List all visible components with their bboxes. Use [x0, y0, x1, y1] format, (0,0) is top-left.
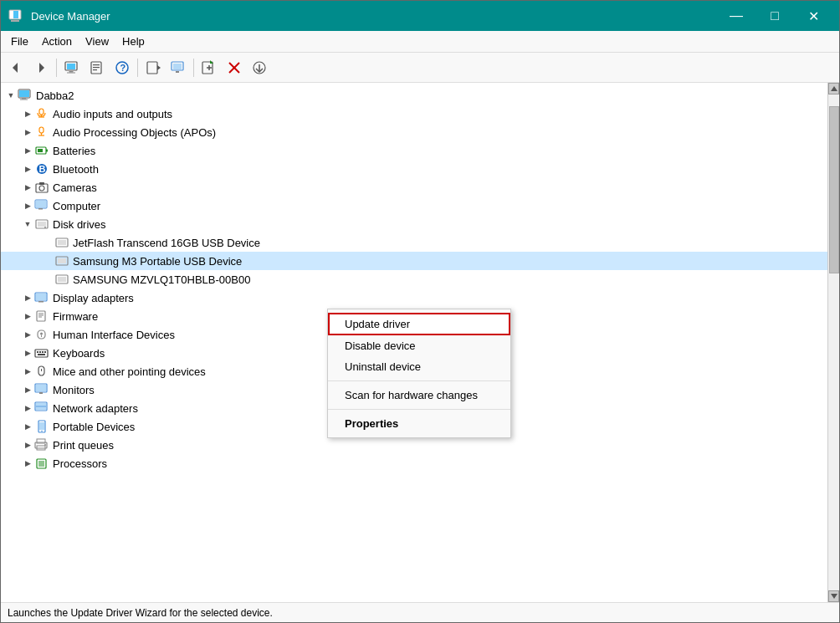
tree-item-jetflash[interactable]: ▶ JetFlash Transcend 16GB USB Device	[1, 233, 827, 252]
cameras-expand[interactable]: ▶	[21, 181, 34, 194]
display-expand[interactable]: ▶	[21, 291, 34, 304]
minimize-button[interactable]: —	[717, 1, 755, 31]
print-expand[interactable]: ▶	[21, 438, 34, 452]
display-icon	[34, 290, 49, 305]
svg-marker-3	[13, 63, 18, 73]
properties-button[interactable]	[85, 56, 109, 79]
title-bar: Device Manager — □ ✕	[1, 1, 839, 31]
tree-item-samsung-mz[interactable]: ▶ SAMSUNG MZVLQ1T0HBLB-00B00	[1, 270, 827, 289]
jetflash-label: JetFlash Transcend 16GB USB Device	[73, 237, 260, 249]
app-icon	[8, 8, 24, 24]
root-expand-icon[interactable]: ▼	[4, 89, 18, 102]
svg-rect-50	[38, 222, 46, 227]
computer-expand[interactable]: ▶	[21, 199, 34, 212]
network-expand[interactable]: ▶	[21, 401, 34, 415]
print-label: Print queues	[53, 439, 114, 452]
computer-button[interactable]	[60, 56, 84, 79]
svg-rect-29	[19, 90, 29, 97]
portable-label: Portable Devices	[53, 421, 135, 433]
tree-item-computer[interactable]: ▶ Computer	[1, 197, 827, 215]
audio-processing-label: Audio Processing Objects (APOs)	[53, 126, 216, 139]
monitors-icon	[34, 382, 49, 397]
svg-rect-48	[38, 208, 43, 210]
maximize-button[interactable]: □	[755, 1, 794, 31]
add-button[interactable]	[197, 56, 221, 79]
mice-expand[interactable]: ▶	[21, 365, 34, 378]
firmware-expand[interactable]: ▶	[21, 309, 34, 323]
svg-rect-60	[38, 301, 44, 303]
audio-inputs-expand[interactable]: ▶	[21, 107, 34, 120]
svg-text:B: B	[39, 164, 46, 174]
tree-item-samsung-m3[interactable]: ▶ Samsung M3 Portable USB Device	[1, 252, 827, 270]
svg-rect-15	[147, 62, 157, 74]
ctx-properties[interactable]: Properties	[328, 413, 510, 434]
svg-rect-11	[93, 67, 100, 68]
toolbar: ?	[1, 53, 839, 83]
audio-inputs-label: Audio inputs and outputs	[53, 108, 172, 120]
scan-button[interactable]	[141, 56, 165, 79]
samsung-mz-label: SAMSUNG MZVLQ1T0HBLB-00B00	[73, 273, 250, 286]
svg-rect-61	[37, 311, 45, 321]
scroll-thumb[interactable]	[829, 106, 839, 273]
tree-item-batteries[interactable]: ▶ Batteries	[1, 141, 827, 160]
help-button[interactable]: ?	[110, 56, 134, 79]
ctx-separator-2	[328, 409, 510, 410]
menu-view[interactable]: View	[79, 33, 115, 49]
ctx-uninstall-device[interactable]: Uninstall device	[328, 356, 510, 377]
audio-processing-expand[interactable]: ▶	[21, 125, 34, 139]
ctx-update-driver[interactable]: Update driver	[328, 313, 510, 335]
menu-help[interactable]: Help	[115, 33, 151, 49]
hid-expand[interactable]: ▶	[21, 328, 34, 341]
svg-rect-72	[44, 351, 46, 353]
tree-root[interactable]: ▼ Dabba2	[1, 86, 827, 105]
svg-rect-6	[67, 64, 75, 69]
bluetooth-expand[interactable]: ▶	[21, 162, 34, 176]
svg-marker-4	[39, 63, 44, 73]
ctx-scan-hardware[interactable]: Scan for hardware changes	[328, 385, 510, 406]
mice-icon	[34, 364, 49, 379]
svg-rect-77	[36, 385, 46, 391]
monitors-expand[interactable]: ▶	[21, 383, 34, 396]
menu-file[interactable]: File	[4, 33, 35, 49]
svg-rect-31	[20, 100, 28, 100]
audio-processing-icon	[34, 125, 49, 140]
processors-label: Processors	[53, 457, 107, 470]
samsung-m3-icon	[54, 253, 69, 268]
tree-item-audio-processing[interactable]: ▶ Audio Processing Objects (APOs)	[1, 123, 827, 141]
menu-action[interactable]: Action	[35, 33, 79, 49]
disk-drives-icon	[34, 217, 49, 232]
download-button[interactable]	[248, 56, 271, 79]
tree-item-disk-drives[interactable]: ▼ Disk drives	[1, 215, 827, 233]
tree-item-print[interactable]: ▶ Print queues	[1, 436, 827, 454]
display-label: Display adapters	[53, 292, 134, 304]
svg-rect-7	[69, 71, 74, 73]
status-bar: Launches the Update Driver Wizard for th…	[1, 602, 839, 622]
tree-item-cameras[interactable]: ▶ Cameras	[1, 178, 827, 197]
back-button[interactable]	[4, 56, 28, 79]
svg-rect-40	[38, 149, 43, 152]
portable-expand[interactable]: ▶	[21, 420, 34, 433]
menu-bar: File Action View Help	[1, 31, 839, 53]
keyboards-expand[interactable]: ▶	[21, 346, 34, 360]
close-button[interactable]: ✕	[794, 1, 832, 31]
svg-rect-47	[36, 201, 46, 207]
scrollbar[interactable]	[827, 83, 839, 602]
svg-point-51	[44, 227, 46, 228]
tree-item-bluetooth[interactable]: ▶ B Bluetooth	[1, 160, 827, 178]
ctx-disable-device[interactable]: Disable device	[328, 335, 510, 356]
forward-button[interactable]	[29, 56, 53, 79]
firmware-icon	[34, 309, 49, 324]
tree-item-processors[interactable]: ▶ Processors	[1, 454, 827, 472]
device-tree[interactable]: ▼ Dabba2 ▶	[1, 83, 827, 602]
batteries-expand[interactable]: ▶	[21, 144, 34, 157]
hid-icon	[34, 327, 49, 342]
computer-label: Computer	[53, 200, 100, 212]
tree-item-display[interactable]: ▶ Display adapters	[1, 289, 827, 307]
disk-drives-expand[interactable]: ▼	[21, 217, 34, 231]
monitor-button[interactable]	[166, 56, 190, 79]
remove-button[interactable]	[223, 56, 246, 79]
processors-expand[interactable]: ▶	[21, 457, 34, 470]
tree-item-audio-inputs[interactable]: ▶ Audio inputs and outputs	[1, 105, 827, 123]
samsung-mz-icon	[54, 272, 69, 287]
svg-rect-18	[173, 64, 182, 69]
